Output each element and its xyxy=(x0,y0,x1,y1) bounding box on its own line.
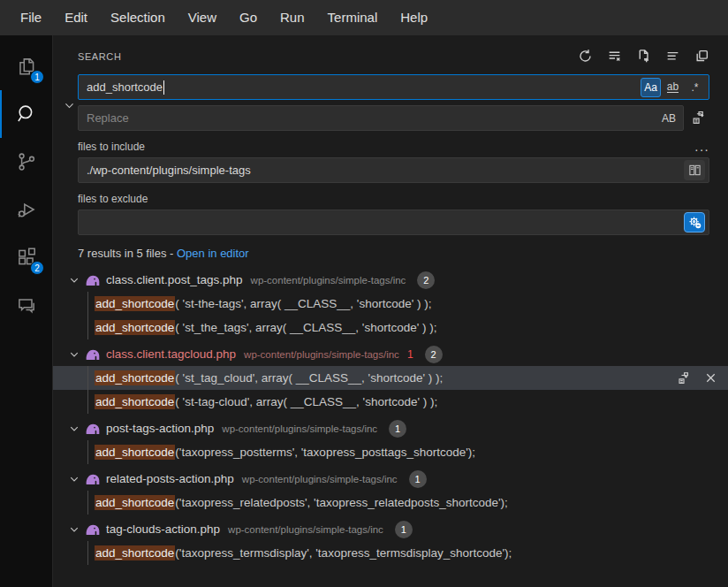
file-name: related-posts-action.php xyxy=(106,472,234,485)
search-only-open-editors-button[interactable] xyxy=(684,160,705,180)
view-as-list-icon[interactable] xyxy=(665,49,680,64)
file-path: wp-content/plugins/simple-tags/inc xyxy=(251,275,406,286)
file-result-section: class.client.post_tags.phpwp-content/plu… xyxy=(53,268,728,339)
file-result-row[interactable]: class.client.post_tags.phpwp-content/plu… xyxy=(53,268,728,292)
match-row[interactable]: add_shortcode( 'st-tag-cloud', array( __… xyxy=(53,390,728,414)
results-count-text: 7 results in 5 files xyxy=(78,247,166,260)
text-caret xyxy=(163,80,164,95)
match-highlight: add_shortcode xyxy=(95,320,175,335)
menu-item-view[interactable]: View xyxy=(177,0,228,35)
source-control-icon xyxy=(15,150,38,173)
match-case-toggle[interactable]: Aa xyxy=(641,78,661,97)
menu-item-selection[interactable]: Selection xyxy=(99,0,177,35)
activity-explorer[interactable]: 1 xyxy=(0,42,52,90)
activity-search[interactable] xyxy=(0,90,52,138)
file-result-row[interactable]: post-tags-action.phpwp-content/plugins/s… xyxy=(53,416,728,440)
whole-word-toggle[interactable]: ab xyxy=(663,78,683,97)
file-name: class.client.tagcloud.php xyxy=(106,347,236,361)
files-to-include-input[interactable]: ./wp-content/plugins/simple-tags xyxy=(78,157,709,183)
file-path: wp-content/plugins/simple-tags/inc xyxy=(228,524,383,535)
file-path: wp-content/plugins/simple-tags/inc xyxy=(244,349,399,360)
file-path: wp-content/plugins/simple-tags/inc xyxy=(242,474,398,484)
menu-item-terminal[interactable]: Terminal xyxy=(316,0,390,35)
search-input[interactable]: add_shortcode Aa ab .* xyxy=(78,74,709,100)
files-to-include-label: files to include xyxy=(78,141,145,153)
chevron-down-icon[interactable] xyxy=(69,275,80,286)
chevron-down-icon[interactable] xyxy=(69,474,80,484)
match-count-badge: 2 xyxy=(417,271,435,289)
replace-input[interactable]: Replace AB xyxy=(78,105,684,131)
match-row[interactable]: add_shortcode( 'st_the_tags', array( __C… xyxy=(53,316,728,339)
php-file-icon xyxy=(85,347,100,361)
match-context: ( 'st-the-tags', array( __CLASS__, 'shor… xyxy=(175,297,431,310)
file-result-row[interactable]: related-posts-action.phpwp-content/plugi… xyxy=(53,467,728,491)
match-row[interactable]: add_shortcode( 'st_tag_cloud', array( __… xyxy=(53,366,728,390)
open-in-editor-icon[interactable] xyxy=(694,49,709,64)
match-context: ('taxopress_relatedposts', 'taxopress_re… xyxy=(175,496,508,509)
files-to-exclude-input[interactable] xyxy=(78,210,709,235)
match-highlight: add_shortcode xyxy=(95,445,175,460)
menu-item-help[interactable]: Help xyxy=(389,0,439,35)
chevron-down-icon xyxy=(64,100,75,111)
regex-toggle[interactable]: .* xyxy=(685,78,705,97)
match-context: ( 'st_the_tags', array( __CLASS__, 'shor… xyxy=(175,321,436,334)
file-result-section: related-posts-action.phpwp-content/plugi… xyxy=(53,467,728,515)
toggle-replace-button[interactable] xyxy=(60,80,78,131)
php-file-icon xyxy=(85,522,100,536)
activity-run-debug[interactable] xyxy=(0,186,52,233)
file-path: wp-content/plugins/simple-tags/inc xyxy=(222,423,377,434)
match-row[interactable]: add_shortcode('taxopress_relatedposts', … xyxy=(53,491,728,515)
php-file-icon xyxy=(85,472,100,485)
extensions-badge: 2 xyxy=(30,261,44,275)
menubar: FileEditSelectionViewGoRunTerminalHelp xyxy=(0,0,728,35)
dismiss-match-icon[interactable] xyxy=(704,371,717,385)
menu-item-go[interactable]: Go xyxy=(228,0,269,35)
run-debug-icon xyxy=(15,198,38,221)
explorer-badge: 1 xyxy=(30,70,44,84)
open-in-editor-link[interactable]: Open in editor xyxy=(177,247,249,260)
chevron-down-icon[interactable] xyxy=(69,524,80,535)
book-icon xyxy=(688,164,701,177)
panel-title: SEARCH xyxy=(78,51,121,62)
file-result-row[interactable]: class.client.tagcloud.phpwp-content/plug… xyxy=(53,342,728,366)
chevron-down-icon[interactable] xyxy=(69,423,80,434)
problems-badge: 1 xyxy=(407,348,413,361)
clear-search-results-icon[interactable] xyxy=(607,49,622,64)
activity-source-control[interactable] xyxy=(0,138,52,186)
replace-match-icon[interactable] xyxy=(677,371,691,385)
use-exclude-settings-button[interactable] xyxy=(684,212,705,233)
replace-all-button[interactable] xyxy=(686,111,709,126)
menu-item-file[interactable]: File xyxy=(9,0,53,35)
match-row[interactable]: add_shortcode( 'st-the-tags', array( __C… xyxy=(53,292,728,316)
results-tree: class.client.post_tags.phpwp-content/plu… xyxy=(53,264,728,587)
match-highlight: add_shortcode xyxy=(95,394,175,409)
chevron-down-icon[interactable] xyxy=(69,349,80,360)
preserve-case-toggle[interactable]: AB xyxy=(658,109,679,128)
file-name: tag-clouds-action.php xyxy=(106,522,220,536)
open-new-search-editor-icon[interactable] xyxy=(636,49,651,64)
refresh-icon[interactable] xyxy=(578,49,593,64)
file-name: class.client.post_tags.php xyxy=(106,273,243,286)
match-count-badge: 1 xyxy=(395,521,413,538)
match-context: ( 'st-tag-cloud', array( __CLASS__, 'sho… xyxy=(175,395,437,408)
menu-item-edit[interactable]: Edit xyxy=(53,0,99,35)
match-highlight: add_shortcode xyxy=(95,370,175,385)
file-name: post-tags-action.php xyxy=(106,422,214,435)
match-count-badge: 1 xyxy=(409,470,427,488)
file-result-section: tag-clouds-action.phpwp-content/plugins/… xyxy=(53,517,728,565)
file-result-row[interactable]: tag-clouds-action.phpwp-content/plugins/… xyxy=(53,517,728,541)
match-row[interactable]: add_shortcode('taxopress_postterms', 'ta… xyxy=(53,440,728,464)
results-summary: 7 results in 5 files - Open in editor xyxy=(78,247,709,260)
php-file-icon xyxy=(85,422,100,435)
match-highlight: add_shortcode xyxy=(95,495,175,510)
chat-icon xyxy=(15,294,38,316)
workbench: 1 xyxy=(0,35,728,587)
activity-chat[interactable] xyxy=(0,281,52,329)
activity-extensions[interactable]: 2 xyxy=(0,233,52,281)
match-highlight: add_shortcode xyxy=(95,296,175,311)
replace-all-icon xyxy=(691,111,706,126)
toggle-search-details-button[interactable]: ··· xyxy=(694,146,709,153)
match-row[interactable]: add_shortcode('taxopress_termsdisplay', … xyxy=(53,541,728,565)
menu-item-run[interactable]: Run xyxy=(269,0,316,35)
search-query-text: add_shortcode xyxy=(87,80,163,94)
